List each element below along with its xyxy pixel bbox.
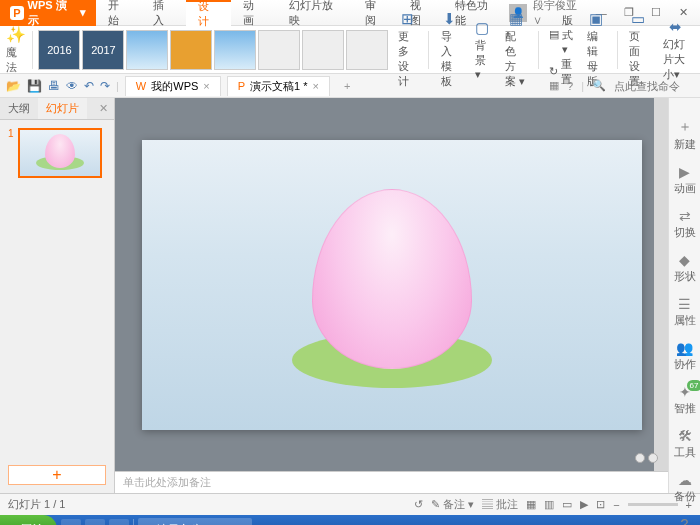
canvas-area: 单击此处添加备注 (115, 98, 668, 493)
save-icon[interactable]: 💾 (27, 79, 42, 93)
preview-icon[interactable]: 👁 (66, 79, 78, 93)
rp-smart[interactable]: ✦智推 (674, 384, 696, 416)
rp-anim[interactable]: ▶动画 (674, 164, 696, 196)
slide-size-button[interactable]: ⬌ 幻灯片大小▾ (657, 18, 694, 82)
background-button[interactable]: ▢ 背景 ▾ (469, 19, 495, 81)
theme-thumb-2[interactable]: 2017 (82, 30, 124, 70)
import-template-button[interactable]: ⬇ 导入模板 (435, 10, 465, 89)
view-sorter-icon[interactable]: ▥ (544, 498, 554, 511)
import-template-label: 导入模板 (441, 29, 459, 89)
grid-icon[interactable]: ▦ (549, 79, 559, 92)
theme-thumb-7[interactable] (302, 30, 344, 70)
tab-insert[interactable]: 插入 (141, 0, 186, 26)
tab-design[interactable]: 设计 (186, 0, 231, 26)
taskbar-app-label: 演示文稿1 * - W... (157, 522, 243, 526)
color-scheme-button[interactable]: ▦ 配色方案 ▾ (499, 10, 533, 89)
theme-thumb-6[interactable] (258, 30, 300, 70)
canvas-wrap (115, 98, 668, 471)
mywps-label: 我的WPS (151, 79, 198, 94)
taskbar-app-wps[interactable]: P 演示文稿1 * - W... (138, 518, 252, 525)
tab-slides[interactable]: 幻灯片 (38, 98, 87, 119)
theme-thumb-3[interactable] (126, 30, 168, 70)
slide-size-label: 幻灯片大小▾ (663, 37, 688, 82)
presentation-icon: P (238, 80, 245, 92)
tab-slideshow[interactable]: 幻灯片放映 (277, 0, 354, 26)
new-icon: ＋ (678, 118, 692, 136)
separator: | (581, 80, 584, 92)
notes-pane[interactable]: 单击此处添加备注 (115, 471, 668, 493)
taskbar-ie-icon[interactable]: e (61, 519, 81, 525)
theme-thumb-8[interactable] (346, 30, 388, 70)
panel-close-icon[interactable]: ✕ (93, 98, 114, 119)
switch-icon: ⇄ (679, 208, 691, 224)
nav-next-icon[interactable] (648, 453, 658, 463)
thumbnail-list: 1 (0, 120, 114, 457)
peach-shape-mini (45, 134, 75, 168)
help-icon[interactable]: ? (567, 80, 573, 92)
command-search-input[interactable] (614, 80, 694, 92)
separator: | (116, 80, 119, 92)
theme-gallery: 2016 2017 (38, 30, 388, 70)
zoom-pct-icon[interactable]: ⊡ (596, 498, 605, 511)
rp-switch[interactable]: ⇄切换 (674, 208, 696, 240)
search-icon[interactable]: 🔍 (592, 79, 606, 92)
taskbar-folder-icon[interactable]: ▣ (85, 519, 105, 525)
theme-thumb-1[interactable]: 2016 (38, 30, 80, 70)
magic-button[interactable]: ✨ 魔法 (6, 25, 26, 75)
peach-shape[interactable] (312, 189, 472, 369)
wps-icon: W (136, 80, 146, 92)
more-designs-button[interactable]: ⊞ 更多设计 (392, 10, 422, 89)
zoom-in-icon[interactable]: + (686, 499, 692, 511)
view-read-icon[interactable]: ▭ (562, 498, 572, 511)
rp-shape[interactable]: ◆形状 (674, 252, 696, 284)
view-normal-icon[interactable]: ▦ (526, 498, 536, 511)
rp-new[interactable]: ＋新建 (674, 118, 696, 152)
doctab-document[interactable]: P 演示文稿1 * × (227, 76, 330, 96)
history-icon[interactable]: ↺ (414, 498, 423, 511)
layout-button[interactable]: ▤版式 ▾ (549, 13, 573, 56)
shape-icon: ◆ (679, 252, 690, 268)
close-tab-icon[interactable]: × (313, 80, 319, 92)
start-button[interactable]: ⊞ 开始 (0, 515, 57, 525)
taskbar-app-icon[interactable]: ▦ (109, 519, 129, 525)
page-setup-button[interactable]: ▭ 页面设置 (623, 10, 653, 89)
slide-canvas[interactable] (142, 140, 642, 430)
more-designs-label: 更多设计 (398, 29, 416, 89)
zoom-slider[interactable] (628, 503, 678, 506)
start-label: 开始 (21, 522, 43, 526)
comment-button[interactable]: ▤ 批注 (482, 497, 518, 512)
add-slide-button[interactable]: + (8, 465, 106, 485)
redo-icon[interactable]: ↷ (100, 79, 110, 93)
theme-thumb-5[interactable] (214, 30, 256, 70)
panel-tabs: 大纲 幻灯片 ✕ (0, 98, 114, 120)
view-show-icon[interactable]: ▶ (580, 498, 588, 511)
theme-thumb-4[interactable] (170, 30, 212, 70)
app-dropdown-icon[interactable]: ▾ (80, 6, 86, 19)
background-icon: ▢ (475, 19, 489, 37)
nav-dots (635, 453, 658, 463)
undo-icon[interactable]: ↶ (84, 79, 94, 93)
scrollbar[interactable] (654, 98, 668, 471)
reset-icon: ↻ (549, 65, 558, 78)
notes-button[interactable]: ✎ 备注 ▾ (431, 497, 474, 512)
thumbnail-preview (18, 128, 102, 178)
open-icon[interactable]: 📂 (6, 79, 21, 93)
rp-attr[interactable]: ☰属性 (674, 296, 696, 328)
zoom-out-icon[interactable]: − (613, 499, 619, 511)
rp-tools[interactable]: 🛠工具 (674, 428, 696, 460)
print-icon[interactable]: 🖶 (48, 79, 60, 93)
rp-collab[interactable]: 👥协作 (674, 340, 696, 372)
edit-master-button[interactable]: ▣ 编辑母版 (581, 10, 611, 89)
slide-thumbnail[interactable]: 1 (8, 128, 106, 178)
doctab-mywps[interactable]: W 我的WPS × (125, 76, 221, 96)
slide-size-icon: ⬌ (669, 18, 682, 36)
slide-panel: 大纲 幻灯片 ✕ 1 + (0, 98, 115, 493)
add-tab-button[interactable]: + (336, 80, 358, 92)
tab-outline[interactable]: 大纲 (0, 98, 38, 119)
tab-animation[interactable]: 动画 (231, 0, 276, 26)
app-logo[interactable]: P WPS 演示 ▾ (0, 0, 96, 26)
close-tab-icon[interactable]: × (203, 80, 209, 92)
nav-prev-icon[interactable] (635, 453, 645, 463)
tab-home[interactable]: 开始 (96, 0, 141, 26)
layout-group: ▤版式 ▾ ↻重置 (545, 13, 577, 87)
